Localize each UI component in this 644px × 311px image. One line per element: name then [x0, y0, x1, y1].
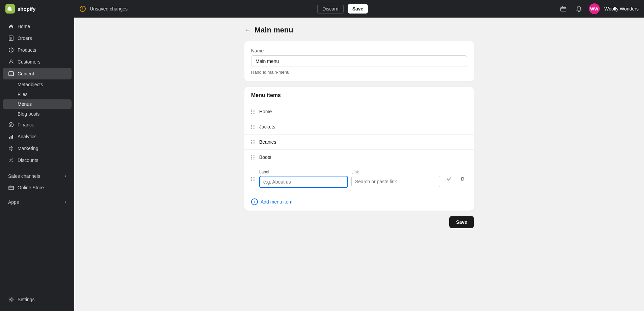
sidebar-item-settings[interactable]: Settings — [3, 294, 72, 305]
back-button[interactable]: ← — [244, 27, 250, 34]
sidebar-item-analytics-label: Analytics — [18, 134, 36, 139]
topbar-actions: Discard Save — [317, 4, 368, 14]
label-field-label: Label — [259, 170, 348, 174]
new-link-input[interactable] — [351, 176, 440, 187]
menu-items-header: Menu items — [244, 87, 474, 104]
svg-rect-17 — [9, 186, 14, 190]
shopify-logo-icon — [5, 4, 15, 14]
sidebar-item-products-label: Products — [18, 47, 36, 53]
menu-item-row-beanies: Beanies — [244, 135, 474, 150]
sidebar-item-blog-posts-label: Blog posts — [18, 111, 39, 117]
drag-handle-home[interactable] — [251, 110, 255, 114]
sales-channels-section[interactable]: Sales channels › — [3, 171, 72, 182]
topbar: ! Unsaved changes Discard Save WW Woolly… — [74, 0, 644, 18]
svg-rect-13 — [12, 135, 13, 139]
sidebar-item-files[interactable]: Files — [3, 90, 72, 99]
store-icon-button[interactable] — [558, 3, 569, 14]
menu-items-card: Menu items Home — [244, 87, 474, 211]
unsaved-changes-label: Unsaved changes — [90, 6, 128, 11]
sidebar-item-orders-label: Orders — [18, 35, 32, 41]
sidebar-item-menus-label: Menus — [18, 101, 32, 107]
store-avatar: WW — [589, 3, 600, 14]
sidebar-item-content-label: Content — [18, 71, 34, 76]
new-label-input[interactable] — [259, 176, 348, 188]
add-menu-item-label: Add menu item — [261, 199, 292, 205]
drag-handle-boots[interactable] — [251, 155, 255, 160]
new-item-inputs: Label Link — [259, 170, 440, 188]
sidebar-item-settings-label: Settings — [18, 297, 35, 302]
sidebar-header: shopify — [0, 0, 74, 18]
content-icon — [8, 71, 14, 77]
discard-button[interactable]: Discard — [317, 4, 343, 14]
sidebar-nav: Home Orders Products Customers Content — [0, 18, 74, 291]
sidebar-item-blog-posts[interactable]: Blog posts — [3, 109, 72, 119]
sidebar-item-customers-label: Customers — [18, 59, 41, 65]
menu-item-row-home: Home — [244, 104, 474, 119]
sidebar-item-home[interactable]: Home — [3, 21, 72, 32]
sidebar-item-content[interactable]: Content — [3, 68, 72, 79]
orders-icon — [8, 35, 14, 41]
svg-point-6 — [10, 60, 12, 62]
sidebar-item-menus[interactable]: Menus — [3, 99, 72, 109]
svg-point-14 — [10, 159, 11, 160]
settings-icon — [8, 296, 14, 303]
sidebar-item-metaobjects[interactable]: Metaobjects — [3, 80, 72, 89]
menu-item-home-label: Home — [259, 109, 467, 114]
svg-point-15 — [12, 161, 13, 162]
sidebar-item-marketing[interactable]: Marketing — [3, 143, 72, 154]
sidebar-item-analytics[interactable]: Analytics — [3, 131, 72, 142]
logo-text: shopify — [18, 6, 35, 12]
add-icon: + — [251, 198, 258, 205]
drag-handle-beanies[interactable] — [251, 140, 255, 144]
link-input-group: Link — [351, 170, 440, 187]
sidebar-item-finance[interactable]: Finance — [3, 119, 72, 130]
apps-section[interactable]: Apps › — [3, 197, 72, 208]
menu-item-boots-label: Boots — [259, 154, 467, 160]
link-field-label: Link — [351, 170, 440, 174]
drag-dots — [251, 110, 255, 114]
sidebar-item-discounts[interactable]: Discounts — [3, 154, 72, 166]
new-item-container: Label Link — [244, 165, 474, 193]
save-button[interactable]: Save — [449, 216, 474, 228]
label-input-group: Label — [259, 170, 348, 188]
online-store-icon — [8, 185, 14, 191]
sidebar-item-finance-label: Finance — [18, 122, 34, 127]
sidebar-item-orders[interactable]: Orders — [3, 32, 72, 44]
name-input[interactable] — [251, 55, 467, 67]
confirm-new-item-button[interactable] — [444, 174, 454, 184]
menu-item-beanies-label: Beanies — [259, 139, 467, 145]
name-card: Name Handle: main-menu — [244, 41, 474, 81]
sidebar-item-files-label: Files — [18, 92, 28, 97]
discounts-icon — [8, 157, 14, 163]
page-header: ← Main menu — [244, 26, 474, 34]
sidebar-item-online-store[interactable]: Online Store — [3, 182, 72, 193]
delete-new-item-button[interactable] — [458, 174, 467, 184]
sidebar-item-products[interactable]: Products — [3, 44, 72, 56]
shopify-logo: shopify — [5, 4, 35, 14]
notifications-button[interactable] — [573, 3, 584, 14]
footer-actions: Save — [244, 216, 474, 228]
new-item-row: Label Link — [244, 165, 474, 193]
sidebar-item-customers[interactable]: Customers — [3, 56, 72, 68]
drag-handle-new[interactable] — [251, 177, 255, 181]
drag-dots-3 — [251, 140, 255, 144]
add-menu-item-button[interactable]: + Add menu item — [244, 193, 299, 211]
drag-dots-4 — [251, 155, 255, 160]
apps-label: Apps — [8, 199, 19, 205]
name-field-label: Name — [251, 48, 467, 53]
sidebar-item-marketing-label: Marketing — [18, 146, 38, 151]
page-title: Main menu — [254, 26, 293, 34]
content-area: ← Main menu Name Handle: main-menu Menu … — [244, 26, 474, 228]
sidebar-item-discounts-label: Discounts — [18, 158, 38, 163]
add-item-container: + Add menu item — [244, 193, 474, 211]
svg-rect-7 — [9, 72, 14, 76]
svg-point-18 — [10, 299, 12, 301]
app-container: ! Unsaved changes Discard Save WW Woolly… — [74, 0, 644, 311]
drag-handle-jackets[interactable] — [251, 125, 255, 129]
products-icon — [8, 47, 14, 53]
unsaved-changes-bar: ! Unsaved changes — [80, 6, 128, 12]
sidebar-footer: Settings — [0, 291, 74, 311]
svg-rect-11 — [9, 137, 10, 139]
unsaved-icon: ! — [80, 6, 86, 12]
topbar-save-button[interactable]: Save — [348, 4, 368, 14]
